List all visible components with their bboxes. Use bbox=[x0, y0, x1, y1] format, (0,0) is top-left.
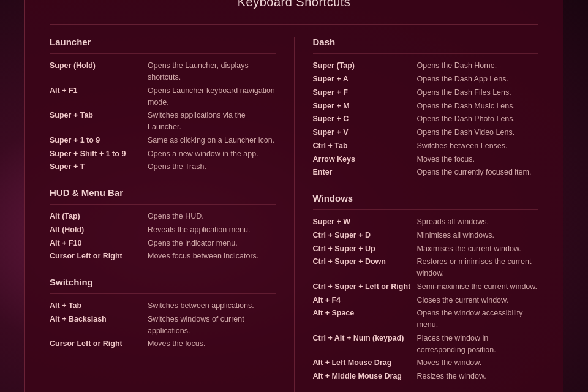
shortcut-desc: Opens the Dash Home. bbox=[417, 60, 497, 72]
shortcut-key: Alt + Middle Mouse Drag bbox=[313, 371, 417, 382]
shortcut-desc: Moves focus between indicators. bbox=[148, 251, 258, 262]
shortcut-key: Super (Hold) bbox=[50, 60, 148, 83]
shortcut-key: Cursor Left or Right bbox=[50, 251, 148, 262]
shortcut-key: Super + F bbox=[313, 87, 417, 99]
list-item: Alt + Middle Mouse Drag Resizes the wind… bbox=[313, 371, 539, 382]
list-item: Super + 1 to 9 Same as clicking on a Lau… bbox=[50, 135, 276, 146]
top-divider bbox=[50, 24, 538, 24]
shortcut-key: Alt + Tab bbox=[50, 300, 148, 312]
dash-title: Dash bbox=[313, 37, 539, 47]
list-item: Alt + Left Mouse Drag Moves the window. bbox=[313, 357, 539, 369]
shortcut-key: Alt + Left Mouse Drag bbox=[313, 357, 417, 369]
list-item: Super + Shift + 1 to 9 Opens a new windo… bbox=[50, 148, 276, 160]
list-item: Ctrl + Super + D Minimises all windows. bbox=[313, 230, 539, 241]
section-switching: Switching Alt + Tab Switches between app… bbox=[50, 277, 276, 350]
shortcut-key: Cursor Left or Right bbox=[50, 338, 148, 350]
card-title: Keyboard Shortcuts bbox=[50, 0, 538, 9]
launcher-title: Launcher bbox=[50, 37, 276, 47]
shortcut-key: Super + Shift + 1 to 9 bbox=[50, 148, 148, 160]
shortcut-key: Super + A bbox=[313, 74, 417, 85]
shortcut-desc: Same as clicking on a Launcher icon. bbox=[148, 135, 274, 146]
right-column: Dash Super (Tap) Opens the Dash Home. Su… bbox=[295, 37, 539, 392]
shortcut-key: Arrow Keys bbox=[313, 154, 417, 165]
section-hud: HUD & Menu Bar Alt (Tap) Opens the HUD. … bbox=[50, 187, 276, 262]
list-item: Alt (Hold) Reveals the application menu. bbox=[50, 224, 276, 236]
list-item: Super + W Spreads all windows. bbox=[313, 216, 539, 228]
list-item: Super + F Opens the Dash Files Lens. bbox=[313, 87, 539, 99]
shortcut-desc: Places the window in corresponding posit… bbox=[417, 333, 539, 356]
launcher-divider bbox=[50, 53, 276, 54]
shortcut-key: Ctrl + Super + Down bbox=[313, 256, 417, 279]
section-dash: Dash Super (Tap) Opens the Dash Home. Su… bbox=[313, 37, 539, 178]
list-item: Ctrl + Alt + Num (keypad) Places the win… bbox=[313, 333, 539, 356]
list-item: Ctrl + Super + Down Restores or minimise… bbox=[313, 256, 539, 279]
shortcut-key: Super + M bbox=[313, 100, 417, 112]
shortcut-key: Alt + Space bbox=[313, 307, 417, 331]
shortcut-desc: Resizes the window. bbox=[417, 371, 486, 382]
shortcut-key: Super + C bbox=[313, 113, 417, 125]
shortcut-desc: Opens the Trash. bbox=[148, 161, 206, 173]
shortcut-desc: Opens the Dash Video Lens. bbox=[417, 127, 515, 138]
shortcut-key: Ctrl + Super + Left or Right bbox=[313, 281, 417, 293]
shortcut-desc: Opens the Dash Photo Lens. bbox=[417, 113, 516, 125]
list-item: Super (Hold) Opens the Launcher, display… bbox=[50, 60, 276, 83]
list-item: Alt + Space Opens the window accessibili… bbox=[313, 307, 539, 331]
shortcut-desc: Semi-maximise the current window. bbox=[417, 281, 538, 293]
section-launcher: Launcher Super (Hold) Opens the Launcher… bbox=[50, 37, 276, 173]
switching-title: Switching bbox=[50, 277, 276, 287]
shortcut-desc: Closes the current window. bbox=[417, 295, 508, 306]
shortcut-key: Alt + F10 bbox=[50, 238, 148, 249]
shortcut-desc: Moves the focus. bbox=[417, 154, 475, 165]
shortcut-desc: Opens the window accessibility menu. bbox=[417, 307, 539, 331]
shortcut-key: Ctrl + Tab bbox=[313, 140, 417, 152]
list-item: Super + C Opens the Dash Photo Lens. bbox=[313, 113, 539, 125]
hud-divider bbox=[50, 204, 276, 205]
list-item: Cursor Left or Right Moves focus between… bbox=[50, 251, 276, 262]
list-item: Super + M Opens the Dash Music Lens. bbox=[313, 100, 539, 112]
shortcut-desc: Opens the Dash Music Lens. bbox=[417, 100, 516, 112]
shortcut-key: Super + 1 to 9 bbox=[50, 135, 148, 146]
list-item: Cursor Left or Right Moves the focus. bbox=[50, 338, 276, 350]
shortcut-desc: Maximises the current window. bbox=[417, 243, 521, 255]
list-item: Enter Opens the currently focused item. bbox=[313, 167, 539, 178]
shortcut-desc: Opens the currently focused item. bbox=[417, 167, 532, 178]
list-item: Ctrl + Super + Left or Right Semi-maximi… bbox=[313, 281, 539, 293]
shortcut-desc: Switches applications via the Launcher. bbox=[148, 110, 276, 133]
list-item: Alt + F4 Closes the current window. bbox=[313, 295, 539, 306]
shortcut-key: Enter bbox=[313, 167, 417, 178]
shortcut-desc: Switches between applications. bbox=[148, 300, 254, 312]
shortcut-key: Alt (Hold) bbox=[50, 224, 148, 236]
dash-divider bbox=[313, 53, 539, 54]
list-item: Super + V Opens the Dash Video Lens. bbox=[313, 127, 539, 138]
shortcut-key: Super + W bbox=[313, 216, 417, 228]
shortcut-desc: Minimises all windows. bbox=[417, 230, 494, 241]
list-item: Ctrl + Tab Switches between Lenses. bbox=[313, 140, 539, 152]
shortcut-desc: Spreads all windows. bbox=[417, 216, 489, 228]
list-item: Alt + F10 Opens the indicator menu. bbox=[50, 238, 276, 249]
shortcut-key: Super + V bbox=[313, 127, 417, 138]
list-item: Alt (Tap) Opens the HUD. bbox=[50, 211, 276, 222]
shortcut-key: Alt + Backslash bbox=[50, 314, 148, 337]
list-item: Super + A Opens the Dash App Lens. bbox=[313, 74, 539, 85]
shortcut-desc: Reveals the application menu. bbox=[148, 224, 250, 236]
shortcut-desc: Opens the Launcher, displays shortcuts. bbox=[148, 60, 276, 83]
section-windows: Windows Super + W Spreads all windows. C… bbox=[313, 193, 539, 382]
windows-divider bbox=[313, 209, 539, 210]
shortcut-key: Alt + F1 bbox=[50, 85, 148, 108]
shortcut-desc: Opens a new window in the app. bbox=[148, 148, 258, 160]
hud-title: HUD & Menu Bar bbox=[50, 187, 276, 198]
list-item: Alt + Backslash Switches windows of curr… bbox=[50, 314, 276, 337]
list-item: Arrow Keys Moves the focus. bbox=[313, 154, 539, 165]
list-item: Super + Tab Switches applications via th… bbox=[50, 110, 276, 133]
shortcut-desc: Opens the indicator menu. bbox=[148, 238, 238, 249]
shortcut-key: Alt (Tap) bbox=[50, 211, 148, 222]
list-item: Super + T Opens the Trash. bbox=[50, 161, 276, 173]
left-column: Launcher Super (Hold) Opens the Launcher… bbox=[50, 37, 295, 392]
switching-divider bbox=[50, 293, 276, 294]
shortcut-key: Ctrl + Super + D bbox=[313, 230, 417, 241]
list-item: Alt + Tab Switches between applications. bbox=[50, 300, 276, 312]
shortcut-desc: Switches windows of current applications… bbox=[148, 314, 276, 337]
shortcut-desc: Restores or minimises the current window… bbox=[417, 256, 539, 279]
shortcut-desc: Opens the HUD. bbox=[148, 211, 204, 222]
list-item: Alt + F1 Opens Launcher keyboard navigat… bbox=[50, 85, 276, 108]
